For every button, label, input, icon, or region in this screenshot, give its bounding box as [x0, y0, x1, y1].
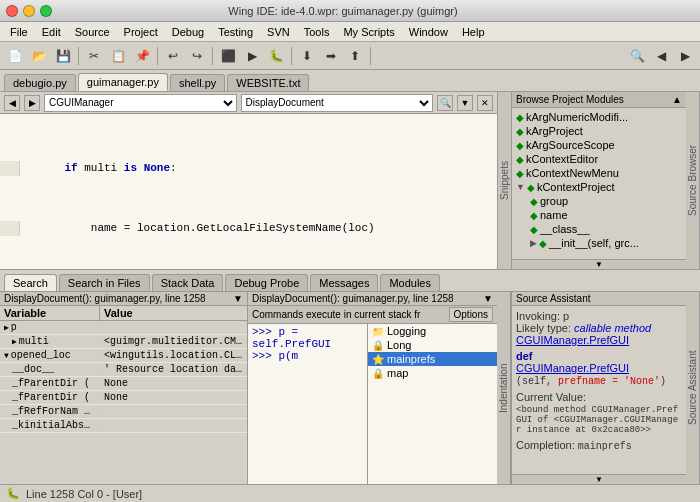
menubar-item-tools[interactable]: Tools: [298, 25, 336, 39]
class-selector[interactable]: CGUIManager: [44, 94, 237, 112]
menubar-item-window[interactable]: Window: [403, 25, 454, 39]
new-btn[interactable]: 📄: [4, 45, 26, 67]
tree-item-group[interactable]: ◆ group: [514, 194, 684, 208]
menubar-item-file[interactable]: File: [4, 25, 34, 39]
probe-options-button[interactable]: Options: [449, 307, 493, 322]
var-row-reffornam[interactable]: _fRefForNam {}: [0, 405, 247, 419]
probe-shell[interactable]: >>> p = self.PrefGUI >>> p(m: [248, 324, 367, 484]
var-row-kinitial[interactable]: _kinitialAbsP u'/': [0, 419, 247, 433]
tree-label: name: [540, 209, 568, 221]
maximize-button[interactable]: [40, 5, 52, 17]
step-btn[interactable]: ⬇: [296, 45, 318, 67]
tree-item-kArgNumeric[interactable]: ◆ kArgNumericModifi...: [514, 110, 684, 124]
var-row-parentdir2[interactable]: _fParentDir ( None: [0, 391, 247, 405]
panel-scroll-up[interactable]: ▲: [672, 94, 682, 105]
editor-collapse-btn[interactable]: ▼: [457, 95, 473, 111]
step-over-btn[interactable]: ➡: [320, 45, 342, 67]
search-btn[interactable]: 🔍: [626, 45, 648, 67]
var-scroll-btn[interactable]: ▼: [233, 293, 243, 304]
tree-item-init[interactable]: ▶ ◆ __init__(self, grc...: [514, 236, 684, 250]
probe-tree-long[interactable]: 🔒 Long: [368, 338, 497, 352]
tree-item-kArgProject[interactable]: ◆ kArgProject: [514, 124, 684, 138]
step-out-btn[interactable]: ⬆: [344, 45, 366, 67]
tree-icon-green: ◆: [516, 168, 524, 179]
var-table-header: Variable Value: [0, 306, 247, 321]
assistant-scroll-btn[interactable]: ▼: [595, 475, 603, 484]
code-editor[interactable]: if multi is None: name = location.GetLoc…: [0, 114, 497, 269]
redo-btn[interactable]: ↪: [186, 45, 208, 67]
paste-btn[interactable]: 📌: [131, 45, 153, 67]
var-row-parentdir1[interactable]: _fParentDir ( None: [0, 377, 247, 391]
var-name: __doc__: [0, 363, 100, 376]
def-keyword: def: [516, 350, 533, 362]
tree-item-class[interactable]: ◆ __class__: [514, 222, 684, 236]
tree-item-kContextEditor[interactable]: ◆ kContextEditor: [514, 152, 684, 166]
sep5: [370, 47, 371, 65]
copy-btn[interactable]: 📋: [107, 45, 129, 67]
menubar-item-my scripts[interactable]: My Scripts: [337, 25, 400, 39]
probe-scroll-btn[interactable]: ▼: [483, 293, 493, 304]
close-button[interactable]: [6, 5, 18, 17]
tab-website[interactable]: WEBSITE.txt: [227, 74, 309, 91]
tree-label: __init__(self, grc...: [549, 237, 639, 249]
probe-tree-mainprefs[interactable]: ⭐ mainprefs: [368, 352, 497, 366]
var-val: [100, 419, 247, 432]
debug-btn[interactable]: 🐛: [265, 45, 287, 67]
menubar-item-help[interactable]: Help: [456, 25, 491, 39]
nav-fwd-editor[interactable]: ▶: [24, 95, 40, 111]
tab-debugio[interactable]: debugio.py: [4, 74, 76, 91]
likely-type-link[interactable]: CGUIManager.PrefGUI: [516, 334, 629, 346]
var-row-multi[interactable]: ▶multi <guimgr.multieditor.CMulti: [0, 335, 247, 349]
nav-back-btn[interactable]: ◀: [650, 45, 672, 67]
nav-back-editor[interactable]: ◀: [4, 95, 20, 111]
likely-type-line: Likely type: callable method: [516, 322, 682, 334]
minimize-button[interactable]: [23, 5, 35, 17]
tree-icon-green: ◆: [516, 140, 524, 151]
menubar-item-debug[interactable]: Debug: [166, 25, 210, 39]
def-signature[interactable]: CGUIManager.PrefGUI: [516, 362, 629, 374]
var-row-doc[interactable]: __doc__ ' Resource location data cl: [0, 363, 247, 377]
probe-tree-logging[interactable]: 📁 Logging: [368, 324, 497, 338]
menubar-item-source[interactable]: Source: [69, 25, 116, 39]
panel-scroll-down[interactable]: ▼: [595, 260, 603, 269]
var-row-opened-loc[interactable]: ▼opened_loc <wingutils.location.CLocal: [0, 349, 247, 363]
menubar-item-edit[interactable]: Edit: [36, 25, 67, 39]
tab-messages[interactable]: Messages: [310, 274, 378, 291]
sep2: [157, 47, 158, 65]
nav-fwd-btn[interactable]: ▶: [674, 45, 696, 67]
save-btn[interactable]: 💾: [52, 45, 74, 67]
editor-expand-btn[interactable]: ✕: [477, 95, 493, 111]
var-row-p[interactable]: ▶p: [0, 321, 247, 335]
probe-tree-label: mainprefs: [387, 353, 435, 365]
open-btn[interactable]: 📂: [28, 45, 50, 67]
current-value-section: Current Value: <bound method CGUIManager…: [516, 391, 682, 435]
tree-item-kArgSourceScope[interactable]: ◆ kArgSourceScope: [514, 138, 684, 152]
tree-item-name[interactable]: ◆ name: [514, 208, 684, 222]
tree-item-kContextNewMenu[interactable]: ◆ kContextNewMenu: [514, 166, 684, 180]
tab-search-files[interactable]: Search in Files: [59, 274, 150, 291]
debug-probe-panel: DisplayDocument(): guimanager.py, line 1…: [248, 292, 497, 484]
menubar-item-project[interactable]: Project: [118, 25, 164, 39]
method-selector[interactable]: DisplayDocument: [241, 94, 434, 112]
menubar-item-testing[interactable]: Testing: [212, 25, 259, 39]
tab-search[interactable]: Search: [4, 274, 57, 291]
tab-stack-data[interactable]: Stack Data: [152, 274, 224, 291]
stop-btn[interactable]: ⬛: [217, 45, 239, 67]
probe-tree-map[interactable]: 🔒 map: [368, 366, 497, 380]
cut-btn[interactable]: ✂: [83, 45, 105, 67]
tree-label: kContextNewMenu: [526, 167, 619, 179]
variables-panel: DisplayDocument(): guimanager.py, line 1…: [0, 292, 248, 484]
editor-zoom-btn[interactable]: 🔍: [437, 95, 453, 111]
tab-debug-probe[interactable]: Debug Probe: [225, 274, 308, 291]
toolbar: 📄 📂 💾 ✂ 📋 📌 ↩ ↪ ⬛ ▶ 🐛 ⬇ ➡ ⬆ 🔍 ◀ ▶: [0, 42, 700, 70]
tab-modules[interactable]: Modules: [380, 274, 440, 291]
tree-item-kContextProject[interactable]: ▼ ◆ kContextProject: [514, 180, 684, 194]
menubar-item-svn[interactable]: SVN: [261, 25, 296, 39]
tree-icon-green: ◆: [530, 224, 538, 235]
tab-guimanager[interactable]: guimanager.py: [78, 73, 168, 91]
undo-btn[interactable]: ↩: [162, 45, 184, 67]
tree-icon-green: ◆: [527, 182, 535, 193]
editor-class-toolbar: ◀ ▶ CGUIManager DisplayDocument 🔍 ▼ ✕: [0, 92, 497, 114]
run-btn[interactable]: ▶: [241, 45, 263, 67]
tab-shell[interactable]: shell.py: [170, 74, 225, 91]
